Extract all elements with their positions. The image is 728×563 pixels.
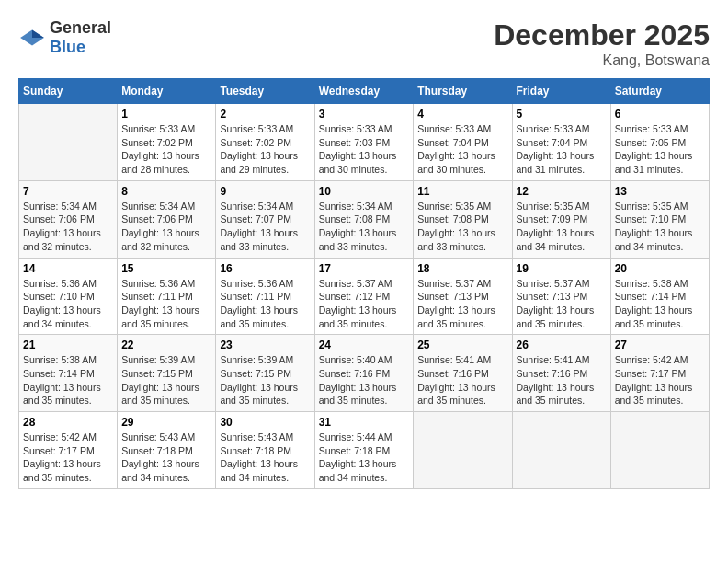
day-number: 23 <box>220 339 310 351</box>
day-info: Sunrise: 5:37 AMSunset: 7:13 PMDaylight:… <box>517 277 607 331</box>
calendar-cell: 23Sunrise: 5:39 AMSunset: 7:15 PMDayligh… <box>216 335 314 412</box>
day-info: Sunrise: 5:36 AMSunset: 7:10 PMDaylight:… <box>23 277 113 331</box>
calendar-cell: 4Sunrise: 5:33 AMSunset: 7:04 PMDaylight… <box>414 104 512 181</box>
logo-text-general: General <box>50 18 111 37</box>
day-info: Sunrise: 5:43 AMSunset: 7:18 PMDaylight:… <box>220 431 310 485</box>
day-number: 27 <box>615 339 705 351</box>
calendar-cell: 9Sunrise: 5:34 AMSunset: 7:07 PMDaylight… <box>216 180 314 258</box>
calendar-cell: 12Sunrise: 5:35 AMSunset: 7:09 PMDayligh… <box>512 180 610 258</box>
day-info: Sunrise: 5:33 AMSunset: 7:02 PMDaylight:… <box>220 122 310 177</box>
day-number: 22 <box>121 339 211 351</box>
header-monday: Monday <box>118 79 216 104</box>
day-number: 3 <box>319 108 410 121</box>
title-area: December 2025 Kang, Botswana <box>494 18 710 69</box>
day-info: Sunrise: 5:42 AMSunset: 7:17 PMDaylight:… <box>615 353 705 408</box>
day-info: Sunrise: 5:34 AMSunset: 7:06 PMDaylight:… <box>23 200 113 254</box>
page-title: December 2025 <box>494 18 710 52</box>
calendar-cell: 15Sunrise: 5:36 AMSunset: 7:11 PMDayligh… <box>118 258 216 335</box>
calendar-week-4: 21Sunrise: 5:38 AMSunset: 7:14 PMDayligh… <box>19 335 710 412</box>
calendar-cell: 29Sunrise: 5:43 AMSunset: 7:18 PMDayligh… <box>118 412 216 489</box>
day-number: 16 <box>220 262 310 275</box>
day-number: 5 <box>517 108 607 121</box>
day-number: 14 <box>23 262 113 275</box>
day-info: Sunrise: 5:43 AMSunset: 7:18 PMDaylight:… <box>121 431 211 485</box>
calendar-cell: 18Sunrise: 5:37 AMSunset: 7:13 PMDayligh… <box>414 258 512 335</box>
calendar-week-2: 7Sunrise: 5:34 AMSunset: 7:06 PMDaylight… <box>19 180 710 258</box>
calendar-cell: 14Sunrise: 5:36 AMSunset: 7:10 PMDayligh… <box>19 258 118 335</box>
logo-text-blue: Blue <box>50 38 85 56</box>
day-info: Sunrise: 5:36 AMSunset: 7:11 PMDaylight:… <box>121 277 211 331</box>
calendar-header-row: SundayMondayTuesdayWednesdayThursdayFrid… <box>19 79 710 104</box>
day-number: 18 <box>417 262 507 275</box>
day-number: 10 <box>319 185 410 198</box>
day-number: 31 <box>319 416 410 429</box>
calendar-cell: 5Sunrise: 5:33 AMSunset: 7:04 PMDaylight… <box>512 104 610 181</box>
day-info: Sunrise: 5:35 AMSunset: 7:10 PMDaylight:… <box>615 200 705 254</box>
day-number: 7 <box>23 185 113 198</box>
calendar-cell: 22Sunrise: 5:39 AMSunset: 7:15 PMDayligh… <box>118 335 216 412</box>
calendar-week-5: 28Sunrise: 5:42 AMSunset: 7:17 PMDayligh… <box>19 412 710 489</box>
header-tuesday: Tuesday <box>216 79 314 104</box>
day-info: Sunrise: 5:38 AMSunset: 7:14 PMDaylight:… <box>615 277 705 331</box>
day-number: 8 <box>121 185 211 198</box>
day-info: Sunrise: 5:37 AMSunset: 7:12 PMDaylight:… <box>319 277 410 331</box>
header-sunday: Sunday <box>19 79 118 104</box>
calendar-cell <box>512 412 610 489</box>
day-info: Sunrise: 5:44 AMSunset: 7:18 PMDaylight:… <box>319 431 410 485</box>
day-info: Sunrise: 5:33 AMSunset: 7:04 PMDaylight:… <box>517 122 607 177</box>
calendar-week-3: 14Sunrise: 5:36 AMSunset: 7:10 PMDayligh… <box>19 258 710 335</box>
calendar-cell: 26Sunrise: 5:41 AMSunset: 7:16 PMDayligh… <box>512 335 610 412</box>
calendar-cell: 13Sunrise: 5:35 AMSunset: 7:10 PMDayligh… <box>610 180 709 258</box>
day-info: Sunrise: 5:41 AMSunset: 7:16 PMDaylight:… <box>517 353 607 408</box>
calendar-cell <box>19 104 118 181</box>
day-number: 4 <box>417 108 507 121</box>
calendar-cell: 21Sunrise: 5:38 AMSunset: 7:14 PMDayligh… <box>19 335 118 412</box>
day-number: 13 <box>615 185 705 198</box>
calendar-cell: 6Sunrise: 5:33 AMSunset: 7:05 PMDaylight… <box>610 104 709 181</box>
calendar-cell: 24Sunrise: 5:40 AMSunset: 7:16 PMDayligh… <box>314 335 414 412</box>
day-number: 9 <box>220 185 310 198</box>
day-number: 20 <box>615 262 705 275</box>
day-info: Sunrise: 5:33 AMSunset: 7:02 PMDaylight:… <box>121 122 211 177</box>
calendar-cell: 10Sunrise: 5:34 AMSunset: 7:08 PMDayligh… <box>314 180 414 258</box>
calendar-cell: 16Sunrise: 5:36 AMSunset: 7:11 PMDayligh… <box>216 258 314 335</box>
day-info: Sunrise: 5:35 AMSunset: 7:09 PMDaylight:… <box>517 200 607 254</box>
calendar-cell: 30Sunrise: 5:43 AMSunset: 7:18 PMDayligh… <box>216 412 314 489</box>
day-info: Sunrise: 5:38 AMSunset: 7:14 PMDaylight:… <box>23 353 113 408</box>
day-number: 15 <box>121 262 211 275</box>
svg-marker-1 <box>32 29 44 38</box>
day-number: 2 <box>220 108 310 121</box>
day-number: 30 <box>220 416 310 429</box>
calendar-cell: 11Sunrise: 5:35 AMSunset: 7:08 PMDayligh… <box>414 180 512 258</box>
day-number: 24 <box>319 339 410 351</box>
calendar-cell: 25Sunrise: 5:41 AMSunset: 7:16 PMDayligh… <box>414 335 512 412</box>
calendar-week-1: 1Sunrise: 5:33 AMSunset: 7:02 PMDaylight… <box>19 104 710 181</box>
header-friday: Friday <box>512 79 610 104</box>
day-number: 6 <box>615 108 705 121</box>
day-info: Sunrise: 5:34 AMSunset: 7:08 PMDaylight:… <box>319 200 410 254</box>
day-number: 25 <box>417 339 507 351</box>
calendar-cell <box>610 412 709 489</box>
page-header: General Blue December 2025 Kang, Botswan… <box>18 18 710 69</box>
day-info: Sunrise: 5:34 AMSunset: 7:06 PMDaylight:… <box>121 200 211 254</box>
header-thursday: Thursday <box>414 79 512 104</box>
calendar-cell: 17Sunrise: 5:37 AMSunset: 7:12 PMDayligh… <box>314 258 414 335</box>
day-info: Sunrise: 5:37 AMSunset: 7:13 PMDaylight:… <box>417 277 507 331</box>
day-info: Sunrise: 5:36 AMSunset: 7:11 PMDaylight:… <box>220 277 310 331</box>
day-number: 11 <box>417 185 507 198</box>
day-info: Sunrise: 5:39 AMSunset: 7:15 PMDaylight:… <box>220 353 310 408</box>
calendar-table: SundayMondayTuesdayWednesdayThursdayFrid… <box>18 78 710 489</box>
day-number: 17 <box>319 262 410 275</box>
calendar-cell: 31Sunrise: 5:44 AMSunset: 7:18 PMDayligh… <box>314 412 414 489</box>
day-info: Sunrise: 5:39 AMSunset: 7:15 PMDaylight:… <box>121 353 211 408</box>
calendar-cell <box>414 412 512 489</box>
calendar-cell: 3Sunrise: 5:33 AMSunset: 7:03 PMDaylight… <box>314 104 414 181</box>
day-info: Sunrise: 5:33 AMSunset: 7:05 PMDaylight:… <box>615 122 705 177</box>
day-number: 12 <box>517 185 607 198</box>
header-saturday: Saturday <box>610 79 709 104</box>
day-info: Sunrise: 5:35 AMSunset: 7:08 PMDaylight:… <box>417 200 507 254</box>
day-number: 1 <box>121 108 211 121</box>
calendar-cell: 2Sunrise: 5:33 AMSunset: 7:02 PMDaylight… <box>216 104 314 181</box>
calendar-cell: 8Sunrise: 5:34 AMSunset: 7:06 PMDaylight… <box>118 180 216 258</box>
day-number: 26 <box>517 339 607 351</box>
